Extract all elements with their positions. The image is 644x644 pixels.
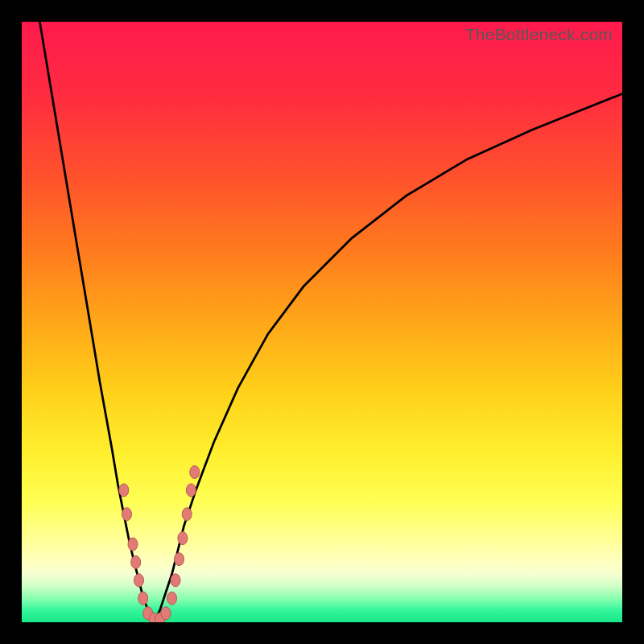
marker-point: [122, 508, 132, 521]
marker-point: [131, 555, 141, 568]
marker-point: [134, 574, 144, 587]
marker-point: [186, 484, 196, 497]
marker-point: [171, 574, 180, 587]
marker-point: [167, 592, 177, 605]
marker-point: [178, 532, 188, 545]
marker-point: [119, 484, 129, 497]
curve-left-branch: [39, 22, 154, 622]
marker-cluster: [119, 466, 200, 623]
marker-point: [182, 508, 192, 521]
chart-svg: [22, 22, 622, 622]
marker-point: [128, 538, 138, 551]
bottleneck-curve: [39, 22, 622, 622]
marker-point: [161, 607, 171, 620]
outer-frame: TheBottleneck.com: [0, 0, 644, 644]
marker-point: [190, 466, 200, 479]
marker-point: [175, 553, 184, 566]
watermark-text: TheBottleneck.com: [465, 25, 613, 44]
marker-point: [138, 592, 148, 605]
curve-right-branch: [154, 94, 622, 623]
plot-area: TheBottleneck.com: [22, 22, 622, 622]
